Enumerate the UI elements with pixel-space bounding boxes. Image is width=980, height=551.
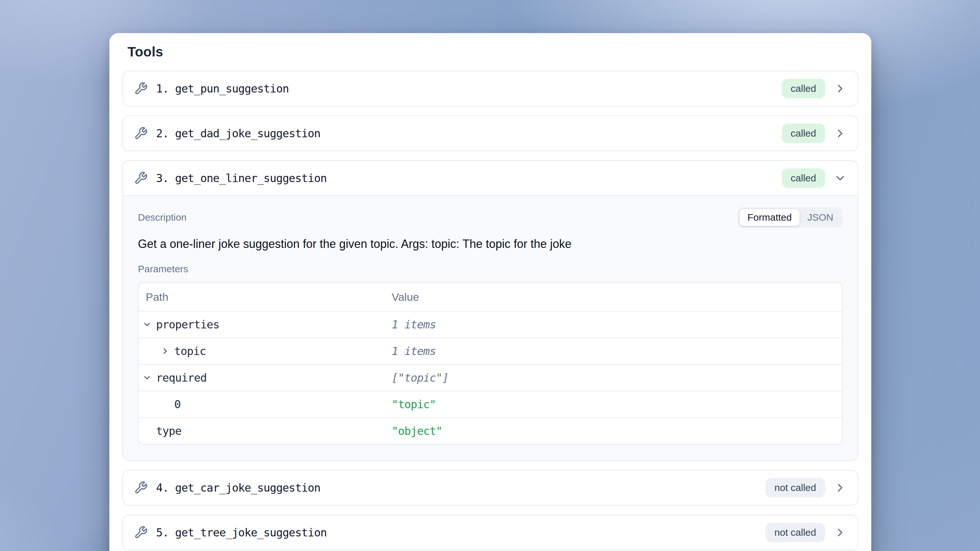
table-row-properties: properties 1 items	[138, 311, 842, 338]
parameters-label: Parameters	[138, 263, 843, 274]
chevron-right-icon[interactable]	[161, 347, 170, 356]
chevron-right-icon	[834, 82, 846, 95]
tool-row-get-one-liner-suggestion[interactable]: 3. get_one_liner_suggestion called	[123, 161, 858, 195]
chevron-down-icon	[834, 172, 846, 185]
tool-card-get-dad-joke-suggestion: 2. get_dad_joke_suggestion called	[123, 116, 858, 151]
param-value: 1 items	[392, 345, 842, 358]
tool-name: 5. get_tree_joke_suggestion	[156, 526, 327, 539]
tool-detail-panel: Description Formatted JSON Get a one-lin…	[123, 195, 858, 460]
param-value: "object"	[392, 424, 842, 438]
param-value: 1 items	[392, 318, 842, 331]
view-toggle: Formatted JSON	[738, 207, 843, 228]
column-header-path: Path	[138, 291, 392, 303]
tool-name: 1. get_pun_suggestion	[156, 82, 289, 95]
wrench-icon	[134, 481, 148, 495]
tools-panel: Tools 1. get_pun_suggestion called 2. ge…	[109, 33, 871, 551]
status-badge: not called	[765, 523, 825, 542]
table-row-required-0: 0 "topic"	[138, 391, 842, 417]
status-badge: called	[782, 169, 825, 188]
wrench-icon	[134, 127, 148, 140]
chevron-down-icon[interactable]	[142, 373, 151, 382]
param-path: topic	[174, 345, 206, 358]
tool-name: 2. get_dad_joke_suggestion	[156, 127, 320, 140]
wrench-icon	[134, 171, 148, 185]
status-badge: called	[782, 79, 825, 98]
table-row-topic: topic 1 items	[138, 338, 842, 364]
tool-card-get-tree-joke-suggestion: 5. get_tree_joke_suggestion not called	[123, 514, 858, 550]
chevron-right-icon	[834, 526, 846, 539]
column-header-value: Value	[392, 291, 842, 303]
description-label: Description	[138, 212, 186, 223]
param-path: properties	[156, 318, 220, 331]
tool-row-get-dad-joke-suggestion[interactable]: 2. get_dad_joke_suggestion called	[123, 116, 858, 151]
description-text: Get a one-liner joke suggestion for the …	[138, 236, 843, 252]
tool-name: 4. get_car_joke_suggestion	[156, 481, 320, 494]
chevron-right-icon	[834, 481, 846, 494]
param-path: type	[156, 424, 181, 438]
desktop-background: { "title": "Tools", "tools": [ { "label"…	[0, 0, 980, 551]
table-header-row: Path Value	[138, 283, 842, 311]
tool-name: 3. get_one_liner_suggestion	[156, 172, 327, 185]
wrench-icon	[134, 526, 148, 539]
table-row-required: required ["topic"]	[138, 364, 842, 391]
param-path: required	[156, 371, 207, 384]
chevron-down-icon[interactable]	[142, 320, 151, 329]
tool-row-get-car-joke-suggestion[interactable]: 4. get_car_joke_suggestion not called	[123, 471, 858, 505]
param-path: 0	[174, 398, 180, 411]
tool-card-get-car-joke-suggestion: 4. get_car_joke_suggestion not called	[123, 470, 858, 506]
page-title: Tools	[127, 44, 858, 60]
parameters-table: Path Value properties 1 items topic 1	[138, 282, 843, 444]
toggle-formatted-button[interactable]: Formatted	[740, 209, 800, 226]
toggle-json-button[interactable]: JSON	[800, 209, 841, 226]
tool-card-get-one-liner-suggestion: 3. get_one_liner_suggestion called Descr…	[123, 160, 858, 461]
tool-card-get-pun-suggestion: 1. get_pun_suggestion called	[123, 71, 858, 107]
chevron-right-icon	[834, 127, 846, 140]
param-value: "topic"	[392, 398, 842, 411]
table-row-type: type "object"	[138, 417, 842, 444]
wrench-icon	[134, 82, 148, 96]
status-badge: not called	[765, 478, 825, 497]
tool-row-get-pun-suggestion[interactable]: 1. get_pun_suggestion called	[123, 72, 858, 106]
status-badge: called	[782, 124, 825, 143]
tool-row-get-tree-joke-suggestion[interactable]: 5. get_tree_joke_suggestion not called	[123, 515, 858, 550]
param-value: ["topic"]	[392, 371, 842, 384]
